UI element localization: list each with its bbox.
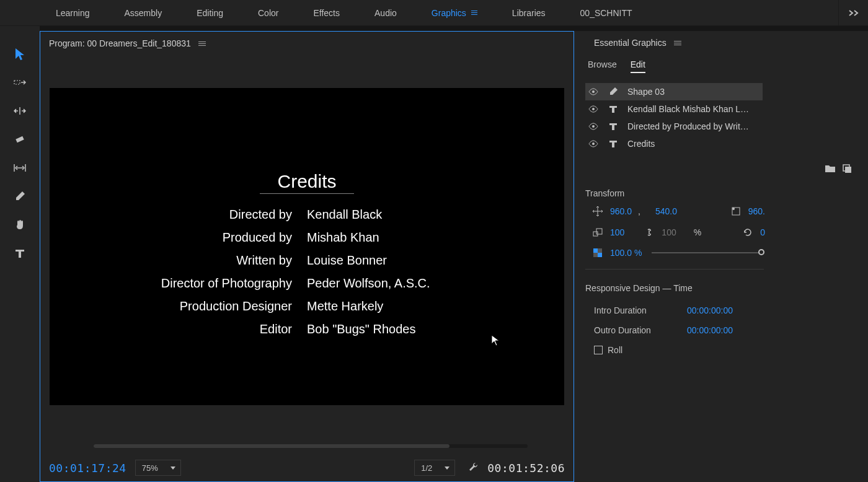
- outro-duration-value[interactable]: 00:00:00:00: [687, 325, 733, 335]
- scrubber-thumb[interactable]: [94, 444, 450, 448]
- workspace-menu-icon[interactable]: [471, 11, 477, 15]
- outro-duration-row: Outro Duration 00:00:00:00: [585, 325, 868, 335]
- eye-icon[interactable]: [588, 140, 599, 147]
- ripple-edit-tool[interactable]: [11, 102, 29, 120]
- position-y[interactable]: 540.0: [655, 206, 677, 216]
- outro-duration-label: Outro Duration: [594, 325, 687, 335]
- new-layer-icon[interactable]: [842, 164, 853, 175]
- new-group-icon[interactable]: [825, 164, 836, 175]
- workspace-tab-audio[interactable]: Audio: [357, 0, 414, 25]
- opacity-value[interactable]: 100.0 %: [610, 248, 642, 258]
- tab-browse[interactable]: Browse: [588, 59, 617, 73]
- credits-title: Credits: [260, 171, 353, 194]
- anchor-x[interactable]: 960.: [748, 206, 765, 216]
- chevron-down-icon: [170, 467, 175, 470]
- text-icon: [608, 139, 619, 148]
- program-label: Program: 00 Dreamers_Edit_180831: [49, 38, 191, 48]
- transform-grid: 960.0 , 540.0 960. 100 100: [585, 206, 868, 258]
- timecode-in[interactable]: 00:01:17:24: [49, 462, 126, 475]
- pen-tool[interactable]: [11, 187, 29, 206]
- program-panel-header: Program: 00 Dreamers_Edit_180831: [40, 32, 574, 55]
- selection-tool[interactable]: [11, 45, 29, 63]
- credit-name: Mishab Khan: [301, 230, 379, 245]
- link-icon[interactable]: [643, 227, 655, 238]
- monitor-scrubber[interactable]: [40, 438, 574, 454]
- position-icon: [591, 206, 604, 217]
- credit-role: Production Designer: [50, 299, 301, 313]
- cursor-icon: [491, 335, 500, 347]
- layer-item[interactable]: Directed by Produced by Writ…: [585, 118, 763, 135]
- workspace-tab-effects[interactable]: Effects: [296, 0, 357, 25]
- panel-menu-icon[interactable]: [674, 41, 681, 45]
- scale-height: 100: [662, 227, 676, 237]
- slip-tool[interactable]: [11, 159, 29, 177]
- zoom-dropdown[interactable]: 75%: [135, 460, 181, 476]
- scale-width[interactable]: 100: [610, 227, 624, 237]
- transform-section-title: Transform: [585, 188, 868, 198]
- svg-rect-15: [593, 248, 598, 253]
- tab-edit[interactable]: Edit: [631, 59, 645, 73]
- credit-role: Directed by: [50, 208, 301, 222]
- monitor-controlbar: 00:01:17:24 75% 1/2 00:01:52:06: [40, 454, 574, 481]
- tools-toolbar: [0, 26, 40, 482]
- track-select-tool[interactable]: [11, 73, 29, 92]
- position-x[interactable]: 960.0: [610, 206, 632, 216]
- workspace-tabs: Learning Assembly Editing Color Effects …: [0, 0, 868, 26]
- credit-role: Editor: [50, 322, 301, 336]
- eye-icon[interactable]: [588, 88, 599, 95]
- credit-role: Written by: [50, 253, 301, 268]
- resolution-dropdown[interactable]: 1/2: [414, 460, 455, 476]
- workspace-tab-graphics[interactable]: Graphics: [414, 0, 495, 25]
- intro-duration-label: Intro Duration: [594, 305, 687, 315]
- credit-row: Production DesignerMette Harkely: [50, 299, 564, 313]
- svg-rect-18: [593, 253, 598, 257]
- svg-point-6: [592, 108, 595, 110]
- workspace-tab-editing[interactable]: Editing: [179, 0, 241, 25]
- program-monitor[interactable]: Credits Directed byKendall Black Produce…: [50, 88, 564, 405]
- credit-row: Written byLouise Bonner: [50, 253, 564, 268]
- credit-row: Produced byMishab Khan: [50, 230, 564, 245]
- wrench-icon[interactable]: [467, 461, 479, 475]
- anchor-icon: [730, 206, 742, 216]
- razor-tool[interactable]: [11, 130, 29, 149]
- layer-item[interactable]: Credits: [585, 135, 763, 152]
- svg-rect-17: [598, 248, 602, 253]
- workspace-tab-assembly[interactable]: Assembly: [107, 0, 180, 25]
- workspace-tab-color[interactable]: Color: [241, 0, 296, 25]
- layer-name: Credits: [627, 139, 655, 149]
- hand-tool[interactable]: [11, 216, 29, 234]
- workspace-tab-libraries[interactable]: Libraries: [495, 0, 563, 25]
- rotation-value[interactable]: 0: [760, 227, 765, 237]
- slider-thumb[interactable]: [758, 249, 764, 255]
- eye-icon[interactable]: [588, 105, 599, 113]
- workspace-overflow-icon[interactable]: [838, 0, 868, 25]
- layer-item[interactable]: Shape 03: [585, 83, 763, 100]
- panel-menu-icon[interactable]: [198, 42, 206, 46]
- workspace-tab-schnitt[interactable]: 00_SCHNITT: [563, 0, 650, 25]
- credit-row: EditorBob "Bugs" Rhodes: [50, 322, 564, 336]
- credit-role: Produced by: [50, 230, 301, 245]
- opacity-slider[interactable]: [652, 252, 761, 253]
- opacity-icon: [591, 248, 604, 257]
- shape-icon: [608, 87, 619, 97]
- layer-item[interactable]: Kendall Black Mishab Khan L…: [585, 100, 763, 118]
- credit-name: Mette Harkely: [301, 299, 383, 313]
- roll-checkbox[interactable]: [594, 346, 603, 354]
- responsive-section-title: Responsive Design — Time: [585, 283, 868, 293]
- roll-label: Roll: [608, 345, 622, 355]
- layer-name: Kendall Black Mishab Khan L…: [627, 104, 749, 114]
- program-monitor-panel: Program: 00 Dreamers_Edit_180831 Credits…: [40, 31, 574, 482]
- timecode-out[interactable]: 00:01:52:06: [487, 462, 565, 475]
- roll-checkbox-row[interactable]: Roll: [585, 345, 868, 355]
- workspace-tab-learning[interactable]: Learning: [38, 0, 107, 25]
- credits-block: Credits Directed byKendall Black Produce…: [50, 171, 564, 345]
- type-tool[interactable]: [11, 244, 29, 263]
- text-icon: [608, 122, 619, 131]
- credit-name: Kendall Black: [301, 208, 382, 222]
- layer-name: Directed by Produced by Writ…: [627, 121, 749, 131]
- layer-actions: [585, 164, 868, 175]
- eye-icon[interactable]: [588, 123, 599, 130]
- svg-rect-10: [845, 167, 851, 173]
- credit-name: Peder Wolfson, A.S.C.: [301, 276, 430, 291]
- intro-duration-value[interactable]: 00:00:00:00: [687, 305, 733, 315]
